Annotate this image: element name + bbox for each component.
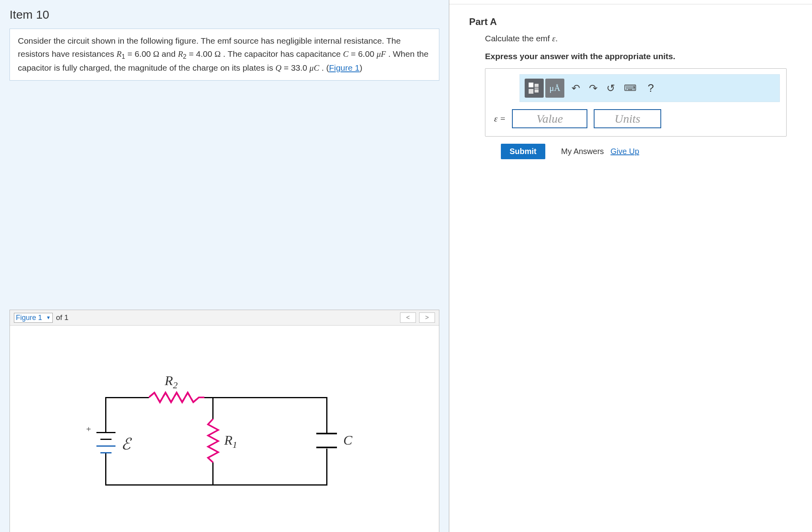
ohm-symbol: Ω <box>153 49 160 59</box>
r2-label: R2 <box>165 373 178 391</box>
eq-text: = 6.00 <box>127 49 153 58</box>
r1-label: R1 <box>224 433 237 450</box>
paren-close: ) <box>360 63 362 72</box>
resistor-r1-icon <box>206 419 220 463</box>
figure-panel: Figure 1 ▼ of 1 < > <box>10 310 439 532</box>
chevron-down-icon: ▼ <box>46 315 51 320</box>
part-title: Part A <box>469 16 800 27</box>
template-buttons: μÅ <box>525 79 564 98</box>
keyboard-icon[interactable]: ⌨ <box>624 83 637 93</box>
symbol-q: Q <box>275 63 281 73</box>
eq-text: = 33.0 <box>284 63 310 72</box>
symbol-c: C <box>343 49 348 59</box>
answer-toolbar: μÅ ↶ ↷ ↺ ⌨ ? <box>520 74 780 102</box>
and-text: and <box>162 49 178 58</box>
part-instruction: Calculate the emf ε. <box>485 34 800 44</box>
svg-rect-2 <box>535 84 539 87</box>
submit-button[interactable]: Submit <box>501 144 545 159</box>
figure-link[interactable]: Figure 1 <box>329 63 360 72</box>
figure-next-button[interactable]: > <box>419 312 435 323</box>
sub-2: 2 <box>183 53 187 60</box>
symbol-r2: R <box>178 49 183 59</box>
help-button[interactable]: ? <box>648 82 654 94</box>
problem-text: . The capacitor has capacitance <box>223 49 343 58</box>
symbol-r1: R <box>117 49 122 59</box>
plus-symbol: + <box>86 424 91 434</box>
svg-rect-4 <box>535 89 539 93</box>
item-title: Item 10 <box>10 8 439 21</box>
sub-1: 1 <box>121 53 125 60</box>
svg-rect-0 <box>529 83 533 87</box>
figure-header: Figure 1 ▼ of 1 < > <box>10 310 439 326</box>
undo-icon[interactable]: ↶ <box>571 82 580 94</box>
special-char-button[interactable]: μÅ <box>545 79 564 98</box>
problem-statement: Consider the circuit shown in the follow… <box>10 29 439 81</box>
equation-label: ε = <box>494 114 506 124</box>
svg-rect-1 <box>529 89 533 94</box>
units-input[interactable]: Units <box>594 109 661 128</box>
paren-open: . ( <box>321 63 329 72</box>
circuit-diagram: + ℰ R2 R1 <box>81 357 351 508</box>
answer-box: μÅ ↶ ↷ ↺ ⌨ ? ε = Value Units <box>485 68 787 137</box>
figure-of-text: of 1 <box>56 313 69 322</box>
muf-symbol: μF <box>377 49 386 59</box>
muc-symbol: μC <box>310 63 319 73</box>
figure-select[interactable]: Figure 1 ▼ <box>14 313 53 323</box>
value-input[interactable]: Value <box>512 109 587 128</box>
my-answers-label: My Answers <box>561 147 604 156</box>
ohm-symbol: Ω <box>214 49 221 59</box>
units-instruction: Express your answer with the appropriate… <box>485 52 800 61</box>
figure-prev-button[interactable]: < <box>400 312 416 323</box>
c-label: C <box>343 433 352 448</box>
reset-icon[interactable]: ↺ <box>606 82 615 94</box>
fraction-template-button[interactable] <box>525 79 544 98</box>
figure-select-label: Figure 1 <box>16 314 42 322</box>
eq-text: = 4.00 <box>189 49 215 58</box>
emf-label: ℰ <box>121 435 131 453</box>
redo-icon[interactable]: ↷ <box>589 82 598 94</box>
give-up-link[interactable]: Give Up <box>610 147 639 156</box>
figure-body: + ℰ R2 R1 <box>10 326 439 532</box>
eq-text: = 6.00 <box>351 49 377 58</box>
